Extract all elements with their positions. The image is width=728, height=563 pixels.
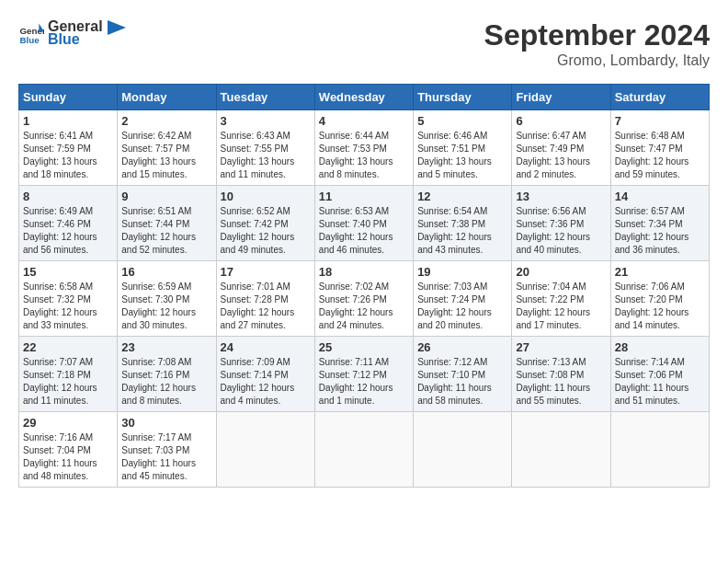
day-info: Sunrise: 7:08 AMSunset: 7:16 PMDaylight:…	[121, 357, 196, 406]
day-info: Sunrise: 6:51 AMSunset: 7:44 PMDaylight:…	[121, 206, 196, 255]
table-cell: 16 Sunrise: 6:59 AMSunset: 7:30 PMDaylig…	[118, 261, 216, 337]
table-cell: 27 Sunrise: 7:13 AMSunset: 7:08 PMDaylig…	[512, 337, 610, 412]
table-cell: 24 Sunrise: 7:09 AMSunset: 7:14 PMDaylig…	[216, 337, 314, 412]
table-cell: 26 Sunrise: 7:12 AMSunset: 7:10 PMDaylig…	[414, 337, 512, 412]
day-number: 29	[23, 416, 113, 430]
day-number: 4	[319, 114, 409, 128]
table-cell: 7 Sunrise: 6:48 AMSunset: 7:47 PMDayligh…	[610, 110, 709, 186]
table-cell: 3 Sunrise: 6:43 AMSunset: 7:55 PMDayligh…	[216, 110, 314, 186]
day-info: Sunrise: 7:04 AMSunset: 7:22 PMDaylight:…	[516, 282, 590, 330]
day-number: 16	[121, 265, 211, 279]
day-info: Sunrise: 7:03 AMSunset: 7:24 PMDaylight:…	[417, 282, 492, 330]
day-number: 27	[516, 340, 606, 354]
calendar-row: 22 Sunrise: 7:07 AMSunset: 7:18 PMDaylig…	[19, 337, 710, 412]
table-cell: 22 Sunrise: 7:07 AMSunset: 7:18 PMDaylig…	[19, 337, 118, 412]
day-info: Sunrise: 7:06 AMSunset: 7:20 PMDaylight:…	[615, 282, 689, 330]
col-tuesday: Tuesday	[216, 85, 314, 110]
svg-marker-3	[108, 20, 126, 35]
day-info: Sunrise: 6:58 AMSunset: 7:32 PMDaylight:…	[23, 282, 97, 330]
day-number: 1	[23, 114, 113, 128]
day-number: 14	[615, 190, 705, 203]
day-number: 26	[417, 340, 507, 354]
logo-arrow-icon	[108, 20, 126, 35]
day-number: 10	[221, 190, 311, 203]
day-number: 5	[417, 114, 507, 128]
day-number: 11	[319, 190, 409, 203]
day-number: 30	[121, 416, 211, 430]
day-info: Sunrise: 7:13 AMSunset: 7:08 PMDaylight:…	[516, 357, 590, 406]
day-info: Sunrise: 6:46 AMSunset: 7:51 PMDaylight:…	[417, 131, 492, 179]
day-number: 18	[319, 265, 409, 279]
calendar-row: 8 Sunrise: 6:49 AMSunset: 7:46 PMDayligh…	[19, 186, 710, 261]
table-cell: 19 Sunrise: 7:03 AMSunset: 7:24 PMDaylig…	[414, 261, 512, 337]
day-number: 25	[319, 340, 409, 354]
table-cell: 21 Sunrise: 7:06 AMSunset: 7:20 PMDaylig…	[610, 261, 709, 337]
day-info: Sunrise: 6:49 AMSunset: 7:46 PMDaylight:…	[23, 206, 97, 255]
day-number: 15	[23, 265, 113, 279]
table-cell: 23 Sunrise: 7:08 AMSunset: 7:16 PMDaylig…	[118, 337, 216, 412]
day-info: Sunrise: 6:56 AMSunset: 7:36 PMDaylight:…	[516, 206, 590, 255]
header: General Blue General Blue September 2024…	[18, 18, 710, 69]
day-info: Sunrise: 6:57 AMSunset: 7:34 PMDaylight:…	[615, 206, 689, 255]
day-number: 19	[417, 265, 507, 279]
day-info: Sunrise: 6:59 AMSunset: 7:30 PMDaylight:…	[121, 282, 196, 330]
month-title: September 2024	[484, 18, 710, 52]
calendar-header-row: Sunday Monday Tuesday Wednesday Thursday…	[19, 85, 710, 110]
day-number: 7	[615, 114, 705, 128]
day-info: Sunrise: 6:47 AMSunset: 7:49 PMDaylight:…	[516, 131, 590, 179]
day-number: 21	[615, 265, 705, 279]
table-cell: 30 Sunrise: 7:17 AMSunset: 7:03 PMDaylig…	[118, 412, 216, 488]
day-info: Sunrise: 7:16 AMSunset: 7:04 PMDaylight:…	[23, 432, 97, 481]
title-area: September 2024 Gromo, Lombardy, Italy	[484, 18, 710, 69]
day-info: Sunrise: 7:02 AMSunset: 7:26 PMDaylight:…	[319, 282, 393, 330]
table-cell: 18 Sunrise: 7:02 AMSunset: 7:26 PMDaylig…	[314, 261, 413, 337]
location-subtitle: Gromo, Lombardy, Italy	[484, 52, 710, 69]
table-cell: 15 Sunrise: 6:58 AMSunset: 7:32 PMDaylig…	[19, 261, 118, 337]
table-cell: 13 Sunrise: 6:56 AMSunset: 7:36 PMDaylig…	[512, 186, 610, 261]
day-info: Sunrise: 6:48 AMSunset: 7:47 PMDaylight:…	[615, 131, 689, 179]
table-cell: 1 Sunrise: 6:41 AMSunset: 7:59 PMDayligh…	[19, 110, 118, 186]
svg-text:Blue: Blue	[19, 34, 40, 44]
day-number: 3	[221, 114, 311, 128]
table-cell: 29 Sunrise: 7:16 AMSunset: 7:04 PMDaylig…	[19, 412, 118, 488]
calendar-row: 29 Sunrise: 7:16 AMSunset: 7:04 PMDaylig…	[19, 412, 710, 488]
logo: General Blue General Blue	[18, 18, 127, 48]
day-info: Sunrise: 6:43 AMSunset: 7:55 PMDaylight:…	[221, 131, 295, 179]
table-cell	[610, 412, 709, 488]
day-info: Sunrise: 6:42 AMSunset: 7:57 PMDaylight:…	[121, 131, 196, 179]
table-cell: 17 Sunrise: 7:01 AMSunset: 7:28 PMDaylig…	[216, 261, 314, 337]
col-friday: Friday	[512, 85, 610, 110]
table-cell: 8 Sunrise: 6:49 AMSunset: 7:46 PMDayligh…	[19, 186, 118, 261]
col-monday: Monday	[118, 85, 216, 110]
table-cell: 28 Sunrise: 7:14 AMSunset: 7:06 PMDaylig…	[610, 337, 709, 412]
table-cell: 20 Sunrise: 7:04 AMSunset: 7:22 PMDaylig…	[512, 261, 610, 337]
table-cell: 9 Sunrise: 6:51 AMSunset: 7:44 PMDayligh…	[118, 186, 216, 261]
day-info: Sunrise: 7:12 AMSunset: 7:10 PMDaylight:…	[417, 357, 492, 406]
table-cell	[314, 412, 413, 488]
table-cell: 6 Sunrise: 6:47 AMSunset: 7:49 PMDayligh…	[512, 110, 610, 186]
table-cell	[414, 412, 512, 488]
day-info: Sunrise: 6:41 AMSunset: 7:59 PMDaylight:…	[23, 131, 97, 179]
table-cell: 4 Sunrise: 6:44 AMSunset: 7:53 PMDayligh…	[314, 110, 413, 186]
day-number: 20	[516, 265, 606, 279]
day-info: Sunrise: 7:17 AMSunset: 7:03 PMDaylight:…	[121, 432, 196, 481]
day-info: Sunrise: 7:09 AMSunset: 7:14 PMDaylight:…	[221, 357, 295, 406]
col-sunday: Sunday	[19, 85, 118, 110]
day-number: 13	[516, 190, 606, 203]
day-info: Sunrise: 6:53 AMSunset: 7:40 PMDaylight:…	[319, 206, 393, 255]
day-number: 22	[23, 340, 113, 354]
table-cell: 11 Sunrise: 6:53 AMSunset: 7:40 PMDaylig…	[314, 186, 413, 261]
day-number: 28	[615, 340, 705, 354]
table-cell: 25 Sunrise: 7:11 AMSunset: 7:12 PMDaylig…	[314, 337, 413, 412]
table-cell: 5 Sunrise: 6:46 AMSunset: 7:51 PMDayligh…	[414, 110, 512, 186]
table-cell	[512, 412, 610, 488]
day-info: Sunrise: 7:14 AMSunset: 7:06 PMDaylight:…	[615, 357, 689, 406]
day-number: 6	[516, 114, 606, 128]
col-saturday: Saturday	[610, 85, 709, 110]
table-cell: 2 Sunrise: 6:42 AMSunset: 7:57 PMDayligh…	[118, 110, 216, 186]
table-cell	[216, 412, 314, 488]
day-number: 9	[121, 190, 211, 203]
day-info: Sunrise: 7:11 AMSunset: 7:12 PMDaylight:…	[319, 357, 393, 406]
day-info: Sunrise: 6:44 AMSunset: 7:53 PMDaylight:…	[319, 131, 393, 179]
col-wednesday: Wednesday	[314, 85, 413, 110]
